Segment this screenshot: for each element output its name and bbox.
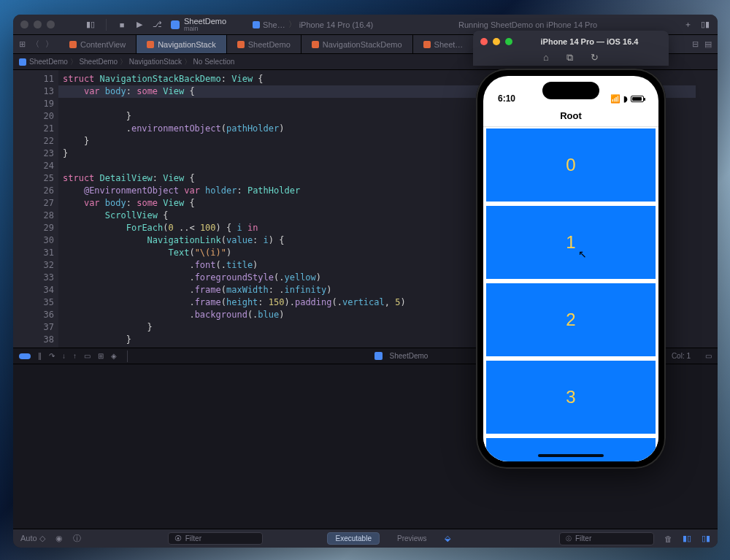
sim-zoom-dot[interactable] <box>505 38 512 45</box>
location-icon[interactable]: ◈ <box>111 352 117 360</box>
variables-filter[interactable]: ⦿ Filter <box>168 532 263 545</box>
tab-sheet…[interactable]: Sheet… <box>413 35 474 53</box>
debug-view-icon[interactable]: ▭ <box>84 352 91 360</box>
scheme-selector[interactable]: SheetDemo main <box>171 18 226 32</box>
breakpoint-toggle-icon[interactable] <box>19 353 31 359</box>
pane-left-icon[interactable]: ▮▯ <box>683 534 691 543</box>
line-number[interactable]: 32 <box>31 259 54 272</box>
line-number[interactable]: 38 <box>31 334 54 346</box>
line-number[interactable]: 29 <box>31 222 54 234</box>
minimap-strip[interactable] <box>696 70 718 348</box>
bottom-bar: Auto ◇ ◉ ⓘ ⦿ Filter Executable Previews … <box>13 529 718 548</box>
line-number[interactable]: 25 <box>31 172 54 185</box>
breakpoint-strip[interactable] <box>13 70 31 348</box>
add-icon[interactable]: ＋ <box>683 20 693 30</box>
line-number[interactable]: 21 <box>31 123 54 135</box>
jump-item[interactable]: SheetDemo <box>79 58 118 66</box>
back-icon[interactable]: 〈 <box>31 39 39 50</box>
line-number[interactable]: 39 <box>31 346 54 348</box>
line-number[interactable]: 34 <box>31 284 54 296</box>
editor-split-icon[interactable]: ▭ <box>705 352 712 360</box>
swift-icon <box>423 41 431 48</box>
executable-segment[interactable]: Executable <box>327 532 379 545</box>
sim-time: 6:10 <box>498 93 515 104</box>
eye-icon[interactable]: ◉ <box>55 534 63 543</box>
list-cell[interactable]: 2 <box>486 283 656 356</box>
home-indicator[interactable] <box>538 454 604 457</box>
home-icon[interactable]: ⌂ <box>543 52 549 64</box>
metrics-icon[interactable]: ⬙ <box>445 534 450 543</box>
sim-minimize-dot[interactable] <box>493 38 500 45</box>
line-number[interactable]: 31 <box>31 247 54 259</box>
rotate-icon[interactable]: ↻ <box>591 52 599 64</box>
screenshot-icon[interactable]: ⧉ <box>566 52 573 64</box>
breadcrumb-device[interactable]: iPhone 14 Pro (16.4) <box>299 20 374 29</box>
line-number[interactable]: 26 <box>31 185 54 197</box>
line-gutter[interactable]: 1113192021222324252627282930313233343536… <box>31 70 58 348</box>
info-icon[interactable]: ⓘ <box>73 533 81 544</box>
jump-item[interactable]: No Selection <box>193 58 235 66</box>
previews-segment[interactable]: Previews <box>390 533 434 544</box>
simulator-screen[interactable]: 6:10 📶 ◗ Root 01234 <box>483 76 658 461</box>
list-cell[interactable]: 4 <box>486 438 656 461</box>
debug-target[interactable]: SheetDemo <box>390 352 429 360</box>
line-number[interactable]: 28 <box>31 210 54 222</box>
zoom-dot[interactable] <box>47 20 55 28</box>
filter-icon: ⦿ <box>174 534 182 542</box>
list-cell[interactable]: 1 <box>486 206 656 279</box>
tab-navigationstack[interactable]: NavigationStack <box>137 35 227 53</box>
forward-icon[interactable]: 〉 <box>45 39 53 50</box>
trash-icon[interactable]: 🗑 <box>664 534 672 543</box>
memory-icon[interactable]: ⊞ <box>98 352 104 360</box>
step-in-icon[interactable]: ↓ <box>62 352 66 360</box>
sidebar-right-icon[interactable]: ▯▮ <box>700 20 710 30</box>
pane-right-icon[interactable]: ▯▮ <box>702 534 710 543</box>
status-text: Running SheetDemo on iPhone 14 Pro <box>382 20 674 29</box>
tab-navigationstackdemo[interactable]: NavigationStackDemo <box>301 35 413 53</box>
line-number[interactable]: 19 <box>31 98 54 110</box>
tab-sheetdemo[interactable]: SheetDemo <box>227 35 301 53</box>
related-icon[interactable]: ⊞ <box>19 39 26 49</box>
line-number[interactable]: 33 <box>31 272 54 284</box>
line-number[interactable]: 23 <box>31 147 54 160</box>
line-number[interactable]: 35 <box>31 296 54 309</box>
close-dot[interactable] <box>20 20 28 28</box>
line-number[interactable]: 37 <box>31 321 54 334</box>
simulator-titlebar: iPhone 14 Pro — iOS 16.4 ⌂ ⧉ ↻ <box>473 31 669 66</box>
tab-label: NavigationStack <box>158 40 216 49</box>
tab-contentview[interactable]: ContentView <box>59 35 137 53</box>
sim-close-dot[interactable] <box>480 38 488 45</box>
line-number[interactable]: 20 <box>31 110 54 123</box>
battery-icon <box>631 96 644 102</box>
swift-icon <box>147 41 154 48</box>
line-number[interactable]: 30 <box>31 234 54 247</box>
step-over-icon[interactable]: ↷ <box>49 352 55 360</box>
filter-placeholder: Filter <box>575 534 591 542</box>
line-number[interactable]: 24 <box>31 160 54 172</box>
jump-item[interactable]: NavigationStack <box>129 58 182 66</box>
breadcrumb-target[interactable]: She… <box>263 20 285 29</box>
sim-scroll-list[interactable]: 01234 <box>483 127 658 461</box>
line-number[interactable]: 36 <box>31 309 54 321</box>
list-cell[interactable]: 0 <box>486 129 656 202</box>
pause-icon[interactable]: ‖ <box>38 352 42 360</box>
list-cell[interactable]: 3 <box>486 361 656 434</box>
console-filter[interactable]: ⦾ Filter <box>559 532 654 545</box>
line-number[interactable]: 22 <box>31 135 54 147</box>
line-number[interactable]: 11 <box>31 73 54 85</box>
tab-label: NavigationStackDemo <box>323 40 402 49</box>
line-number[interactable]: 13 <box>31 85 54 98</box>
line-number[interactable]: 27 <box>31 197 54 210</box>
stop-icon[interactable]: ■ <box>117 20 127 30</box>
run-icon[interactable]: ▶ <box>134 20 145 30</box>
branch-icon[interactable]: ⎇ <box>152 20 162 30</box>
step-out-icon[interactable]: ↑ <box>73 352 77 360</box>
auto-menu[interactable]: Auto ◇ <box>20 534 45 543</box>
swift-icon <box>237 41 245 48</box>
editor-options-icon[interactable]: ▤ <box>704 39 712 49</box>
editor-layout-icon[interactable]: ⊟ <box>692 39 699 49</box>
minimize-dot[interactable] <box>34 20 42 28</box>
traffic-lights[interactable] <box>20 20 55 28</box>
sidebar-left-icon[interactable]: ▮▯ <box>85 20 96 30</box>
jump-item[interactable]: SheetDemo <box>29 58 68 66</box>
